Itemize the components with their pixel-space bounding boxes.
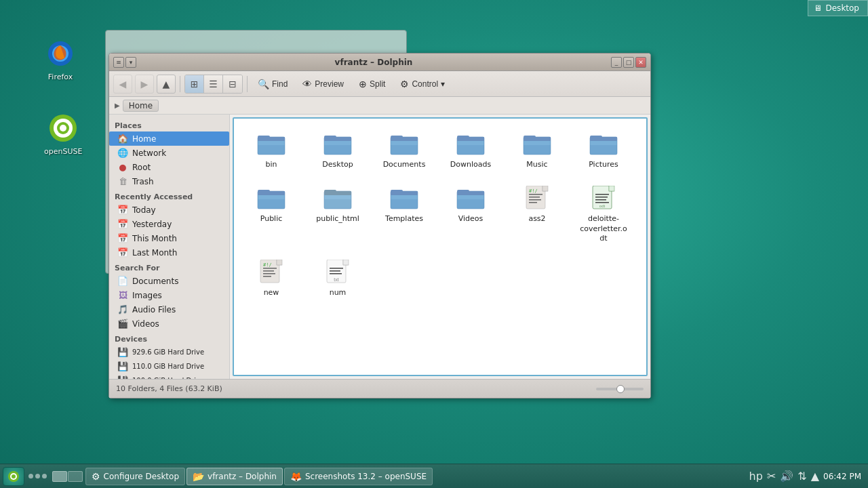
maximize-button[interactable]: □ <box>623 57 634 68</box>
sidebar-images-label: Images <box>132 291 162 300</box>
file-item-ass2[interactable]: #!/ ass2 <box>507 180 568 248</box>
dot-3 <box>42 474 47 479</box>
sidebar-item-hdd1[interactable]: 💾 929.6 GiB Hard Drive <box>109 345 229 359</box>
svg-rect-21 <box>457 145 484 155</box>
sidebar-item-network[interactable]: 🌐 Network <box>109 146 229 160</box>
zoom-slider[interactable] <box>596 388 644 390</box>
file-item-music[interactable]: Music <box>507 125 568 174</box>
preview-button[interactable]: 👁 Preview <box>296 76 350 92</box>
forward-button[interactable]: ▶ <box>135 75 154 94</box>
status-bar: 10 Folders, 4 Files (63.2 KiB) <box>109 379 650 398</box>
taskbar-item-configure[interactable]: ⚙ Configure Desktop <box>85 468 185 485</box>
file-item-public-html[interactable]: public_html <box>307 180 368 248</box>
opensuse-desktop-icon[interactable]: openSUSE <box>44 112 82 156</box>
taskbar-item-dolphin[interactable]: 📂 vfrantz – Dolphin <box>186 468 283 485</box>
sidebar: Places 🏠 Home 🌐 Network ● Root 🗑 Trash R… <box>109 115 230 379</box>
back-button[interactable]: ◀ <box>113 75 132 94</box>
volume-icon[interactable]: 🔊 <box>780 470 793 483</box>
firefox-icon <box>44 37 77 70</box>
find-label: Find <box>272 79 288 89</box>
file-name: Templates <box>385 214 423 224</box>
svg-rect-12 <box>324 136 336 138</box>
folder-icon <box>521 130 553 157</box>
dot-2 <box>35 474 40 479</box>
status-text: 10 Folders, 4 Files (63.2 KiB) <box>116 384 222 393</box>
file-item-bin[interactable]: bin <box>241 125 302 174</box>
sidebar-this-month-label: This Month <box>132 234 177 243</box>
svg-rect-51 <box>529 199 541 201</box>
file-item-new[interactable]: #!/ new <box>241 253 302 302</box>
svg-rect-58 <box>595 197 608 198</box>
file-name: Downloads <box>450 160 491 169</box>
file-item-public[interactable]: Public <box>241 180 302 248</box>
up-button[interactable]: ▲ <box>157 75 176 94</box>
home-icon: 🏠 <box>117 134 128 144</box>
sidebar-item-audio[interactable]: 🎵 Audio Files <box>109 302 229 317</box>
svg-rect-56 <box>609 186 614 191</box>
sidebar-item-documents[interactable]: 📄 Documents <box>109 274 229 288</box>
sidebar-item-last-month[interactable]: 📅 Last Month <box>109 245 229 260</box>
network-tray-icon[interactable]: ⇅ <box>797 470 806 483</box>
file-item-downloads[interactable]: Downloads <box>440 125 501 174</box>
svg-rect-59 <box>595 199 606 201</box>
sidebar-item-videos[interactable]: 🎬 Videos <box>109 317 229 331</box>
svg-rect-49 <box>529 194 542 195</box>
hp-icon[interactable]: hp <box>749 470 763 483</box>
workspace-pager <box>51 471 84 482</box>
sidebar-item-today[interactable]: 📅 Today <box>109 203 229 217</box>
location-home[interactable]: Home <box>123 100 159 112</box>
find-button[interactable]: 🔍 Find <box>252 76 294 92</box>
svg-text:#!/: #!/ <box>529 188 538 194</box>
svg-rect-67 <box>263 273 275 274</box>
column-view-button[interactable]: ⊟ <box>223 75 242 93</box>
sidebar-item-hdd2[interactable]: 💾 110.0 GiB Hard Drive <box>109 359 229 373</box>
control-button[interactable]: ⚙ Control ▾ <box>394 76 451 92</box>
arrow-up-icon[interactable]: ▲ <box>811 470 819 483</box>
svg-text:txt: txt <box>334 277 338 282</box>
sidebar-item-this-month[interactable]: 📅 This Month <box>109 231 229 245</box>
title-menu-button[interactable]: ≡ <box>113 57 124 68</box>
desktop-widget[interactable]: 🖥 Desktop <box>808 0 869 16</box>
sidebar-item-trash[interactable]: 🗑 Trash <box>109 174 229 188</box>
audio-search-icon: 🎵 <box>117 304 128 314</box>
file-item-templates[interactable]: Templates <box>374 180 435 248</box>
workspace-2[interactable] <box>68 471 83 482</box>
sidebar-item-yesterday[interactable]: 📅 Yesterday <box>109 217 229 231</box>
today-icon: 📅 <box>117 205 128 215</box>
separator-2 <box>247 76 248 92</box>
svg-rect-52 <box>529 202 537 203</box>
scissors-icon[interactable]: ✂ <box>767 470 776 483</box>
file-item-deloitte-coverletter-odt[interactable]: odt deloitte-coverletter.odt <box>573 180 634 248</box>
slider-thumb[interactable] <box>616 385 625 393</box>
sidebar-documents-label: Documents <box>132 277 178 286</box>
minimize-button[interactable]: _ <box>611 57 622 68</box>
sidebar-audio-label: Audio Files <box>132 305 176 314</box>
images-search-icon: 🖼 <box>117 290 128 300</box>
list-view-button[interactable]: ☰ <box>204 75 223 93</box>
icon-view-button[interactable]: ⊞ <box>185 75 204 93</box>
sidebar-item-hdd3[interactable]: 💾 100.0 GiB Hard Drive <box>109 373 229 379</box>
firefox-desktop-icon[interactable]: Firefox <box>44 37 77 81</box>
file-item-num[interactable]: txt num <box>307 253 368 302</box>
split-button[interactable]: ⊕ Split <box>353 76 391 92</box>
close-button[interactable]: ✕ <box>635 57 646 68</box>
title-shade-button[interactable]: ▾ <box>125 57 136 68</box>
slider-track[interactable] <box>596 388 644 390</box>
file-name: ass2 <box>528 214 545 224</box>
svg-rect-65 <box>263 268 277 269</box>
file-item-pictures[interactable]: Pictures <box>573 125 634 174</box>
sidebar-item-images[interactable]: 🖼 Images <box>109 288 229 302</box>
file-item-documents[interactable]: Documents <box>374 125 435 174</box>
svg-point-79 <box>12 474 16 479</box>
window-controls: _ □ ✕ <box>611 57 646 68</box>
file-item-desktop[interactable]: Desktop <box>307 125 368 174</box>
file-item-videos[interactable]: Videos <box>440 180 501 248</box>
taskbar-item-screenshots[interactable]: 🦊 Screenshots 13.2 – openSUSE <box>284 468 433 485</box>
workspace-1[interactable] <box>52 471 67 482</box>
sidebar-hdd1-label: 929.6 GiB Hard Drive <box>132 348 204 356</box>
sidebar-item-root[interactable]: ● Root <box>109 160 229 174</box>
svg-rect-75 <box>330 273 342 274</box>
sidebar-item-home[interactable]: 🏠 Home <box>109 131 229 146</box>
start-button[interactable] <box>3 467 24 486</box>
preview-label: Preview <box>315 79 344 89</box>
